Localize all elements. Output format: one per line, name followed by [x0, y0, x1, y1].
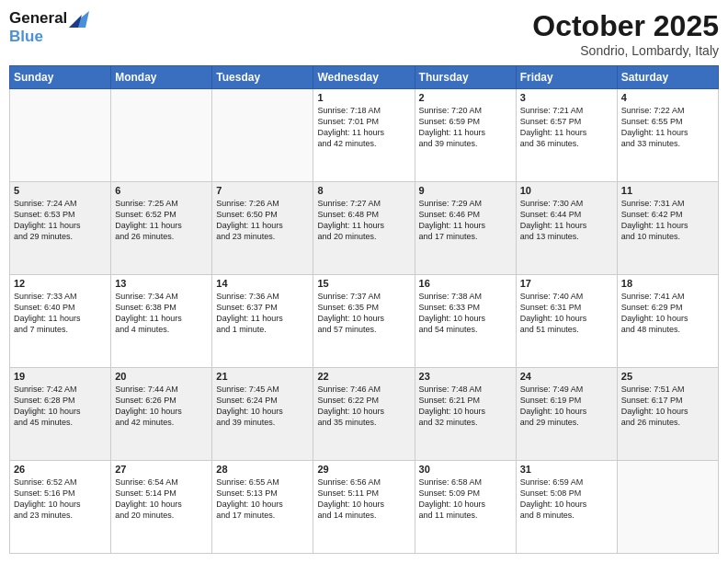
- col-thursday: Thursday: [415, 66, 516, 89]
- day-number: 20: [115, 371, 208, 382]
- table-row: 28Sunrise: 6:55 AM Sunset: 5:13 PM Dayli…: [212, 461, 313, 554]
- cell-content: Sunrise: 7:21 AM Sunset: 6:57 PM Dayligh…: [520, 105, 613, 150]
- calendar-week-row: 26Sunrise: 6:52 AM Sunset: 5:16 PM Dayli…: [10, 461, 719, 554]
- day-number: 12: [14, 278, 107, 289]
- cell-content: Sunrise: 6:59 AM Sunset: 5:08 PM Dayligh…: [520, 477, 613, 522]
- day-number: 13: [115, 278, 208, 289]
- table-row: 4Sunrise: 7:22 AM Sunset: 6:55 PM Daylig…: [617, 89, 718, 182]
- day-number: 17: [520, 278, 613, 289]
- cell-content: Sunrise: 7:37 AM Sunset: 6:35 PM Dayligh…: [317, 291, 410, 336]
- day-number: 2: [419, 92, 512, 103]
- day-number: 9: [419, 185, 512, 196]
- day-number: 21: [216, 371, 309, 382]
- table-row: 24Sunrise: 7:49 AM Sunset: 6:19 PM Dayli…: [516, 368, 617, 461]
- table-row: 12Sunrise: 7:33 AM Sunset: 6:40 PM Dayli…: [10, 275, 111, 368]
- col-tuesday: Tuesday: [212, 66, 313, 89]
- cell-content: Sunrise: 7:45 AM Sunset: 6:24 PM Dayligh…: [216, 384, 309, 429]
- table-row: 14Sunrise: 7:36 AM Sunset: 6:37 PM Dayli…: [212, 275, 313, 368]
- col-sunday: Sunday: [10, 66, 111, 89]
- cell-content: Sunrise: 7:38 AM Sunset: 6:33 PM Dayligh…: [419, 291, 512, 336]
- table-row: 10Sunrise: 7:30 AM Sunset: 6:44 PM Dayli…: [516, 182, 617, 275]
- logo-bird-icon: [69, 11, 89, 28]
- cell-content: Sunrise: 7:44 AM Sunset: 6:26 PM Dayligh…: [115, 384, 208, 429]
- day-number: 8: [317, 185, 410, 196]
- table-row: 29Sunrise: 6:56 AM Sunset: 5:11 PM Dayli…: [313, 461, 415, 554]
- table-row: 11Sunrise: 7:31 AM Sunset: 6:42 PM Dayli…: [617, 182, 718, 275]
- cell-content: Sunrise: 7:18 AM Sunset: 7:01 PM Dayligh…: [317, 105, 410, 150]
- table-row: 13Sunrise: 7:34 AM Sunset: 6:38 PM Dayli…: [111, 275, 212, 368]
- table-row: 20Sunrise: 7:44 AM Sunset: 6:26 PM Dayli…: [111, 368, 212, 461]
- table-row: 9Sunrise: 7:29 AM Sunset: 6:46 PM Daylig…: [415, 182, 516, 275]
- day-number: 24: [520, 371, 613, 382]
- month-title: October 2025: [532, 9, 719, 43]
- table-row: 31Sunrise: 6:59 AM Sunset: 5:08 PM Dayli…: [516, 461, 617, 554]
- day-number: 25: [621, 371, 714, 382]
- cell-content: Sunrise: 6:58 AM Sunset: 5:09 PM Dayligh…: [419, 477, 512, 522]
- cell-content: Sunrise: 7:41 AM Sunset: 6:29 PM Dayligh…: [621, 291, 714, 336]
- table-row: 30Sunrise: 6:58 AM Sunset: 5:09 PM Dayli…: [415, 461, 516, 554]
- cell-content: Sunrise: 7:34 AM Sunset: 6:38 PM Dayligh…: [115, 291, 208, 336]
- table-row: 19Sunrise: 7:42 AM Sunset: 6:28 PM Dayli…: [10, 368, 111, 461]
- table-row: 2Sunrise: 7:20 AM Sunset: 6:59 PM Daylig…: [415, 89, 516, 182]
- table-row: 17Sunrise: 7:40 AM Sunset: 6:31 PM Dayli…: [516, 275, 617, 368]
- calendar-week-row: 19Sunrise: 7:42 AM Sunset: 6:28 PM Dayli…: [10, 368, 719, 461]
- day-number: 18: [621, 278, 714, 289]
- day-number: 23: [419, 371, 512, 382]
- cell-content: Sunrise: 6:54 AM Sunset: 5:14 PM Dayligh…: [115, 477, 208, 522]
- col-wednesday: Wednesday: [313, 66, 415, 89]
- page-container: General Blue October 2025 Sondrio, Lomba…: [0, 0, 728, 563]
- table-row: [10, 89, 111, 182]
- cell-content: Sunrise: 7:20 AM Sunset: 6:59 PM Dayligh…: [419, 105, 512, 150]
- calendar-week-row: 5Sunrise: 7:24 AM Sunset: 6:53 PM Daylig…: [10, 182, 719, 275]
- day-number: 10: [520, 185, 613, 196]
- calendar-body: 1Sunrise: 7:18 AM Sunset: 7:01 PM Daylig…: [10, 89, 719, 554]
- day-number: 1: [317, 92, 410, 103]
- day-number: 14: [216, 278, 309, 289]
- table-row: 15Sunrise: 7:37 AM Sunset: 6:35 PM Dayli…: [313, 275, 415, 368]
- table-row: [617, 461, 718, 554]
- title-block: October 2025 Sondrio, Lombardy, Italy: [532, 9, 719, 58]
- table-row: 26Sunrise: 6:52 AM Sunset: 5:16 PM Dayli…: [10, 461, 111, 554]
- table-row: 7Sunrise: 7:26 AM Sunset: 6:50 PM Daylig…: [212, 182, 313, 275]
- day-number: 7: [216, 185, 309, 196]
- table-row: 6Sunrise: 7:25 AM Sunset: 6:52 PM Daylig…: [111, 182, 212, 275]
- cell-content: Sunrise: 7:51 AM Sunset: 6:17 PM Dayligh…: [621, 384, 714, 429]
- day-number: 30: [419, 464, 512, 475]
- table-row: 27Sunrise: 6:54 AM Sunset: 5:14 PM Dayli…: [111, 461, 212, 554]
- day-number: 29: [317, 464, 410, 475]
- day-number: 26: [14, 464, 107, 475]
- day-number: 3: [520, 92, 613, 103]
- cell-content: Sunrise: 7:22 AM Sunset: 6:55 PM Dayligh…: [621, 105, 714, 150]
- cell-content: Sunrise: 6:52 AM Sunset: 5:16 PM Dayligh…: [14, 477, 107, 522]
- cell-content: Sunrise: 7:33 AM Sunset: 6:40 PM Dayligh…: [14, 291, 107, 336]
- cell-content: Sunrise: 6:55 AM Sunset: 5:13 PM Dayligh…: [216, 477, 309, 522]
- cell-content: Sunrise: 7:40 AM Sunset: 6:31 PM Dayligh…: [520, 291, 613, 336]
- day-number: 11: [621, 185, 714, 196]
- table-row: 23Sunrise: 7:48 AM Sunset: 6:21 PM Dayli…: [415, 368, 516, 461]
- cell-content: Sunrise: 7:29 AM Sunset: 6:46 PM Dayligh…: [419, 198, 512, 243]
- table-row: 16Sunrise: 7:38 AM Sunset: 6:33 PM Dayli…: [415, 275, 516, 368]
- table-row: [111, 89, 212, 182]
- table-row: [212, 89, 313, 182]
- cell-content: Sunrise: 6:56 AM Sunset: 5:11 PM Dayligh…: [317, 477, 410, 522]
- table-row: 18Sunrise: 7:41 AM Sunset: 6:29 PM Dayli…: [617, 275, 718, 368]
- day-number: 4: [621, 92, 714, 103]
- cell-content: Sunrise: 7:30 AM Sunset: 6:44 PM Dayligh…: [520, 198, 613, 243]
- day-number: 19: [14, 371, 107, 382]
- day-number: 15: [317, 278, 410, 289]
- day-number: 28: [216, 464, 309, 475]
- col-saturday: Saturday: [617, 66, 718, 89]
- table-row: 25Sunrise: 7:51 AM Sunset: 6:17 PM Dayli…: [617, 368, 718, 461]
- cell-content: Sunrise: 7:42 AM Sunset: 6:28 PM Dayligh…: [14, 384, 107, 429]
- cell-content: Sunrise: 7:49 AM Sunset: 6:19 PM Dayligh…: [520, 384, 613, 429]
- table-row: 22Sunrise: 7:46 AM Sunset: 6:22 PM Dayli…: [313, 368, 415, 461]
- cell-content: Sunrise: 7:24 AM Sunset: 6:53 PM Dayligh…: [14, 198, 107, 243]
- cell-content: Sunrise: 7:26 AM Sunset: 6:50 PM Dayligh…: [216, 198, 309, 243]
- day-number: 16: [419, 278, 512, 289]
- col-monday: Monday: [111, 66, 212, 89]
- calendar-week-row: 12Sunrise: 7:33 AM Sunset: 6:40 PM Dayli…: [10, 275, 719, 368]
- table-row: 21Sunrise: 7:45 AM Sunset: 6:24 PM Dayli…: [212, 368, 313, 461]
- table-row: 1Sunrise: 7:18 AM Sunset: 7:01 PM Daylig…: [313, 89, 415, 182]
- logo: General Blue: [9, 9, 89, 47]
- table-row: 8Sunrise: 7:27 AM Sunset: 6:48 PM Daylig…: [313, 182, 415, 275]
